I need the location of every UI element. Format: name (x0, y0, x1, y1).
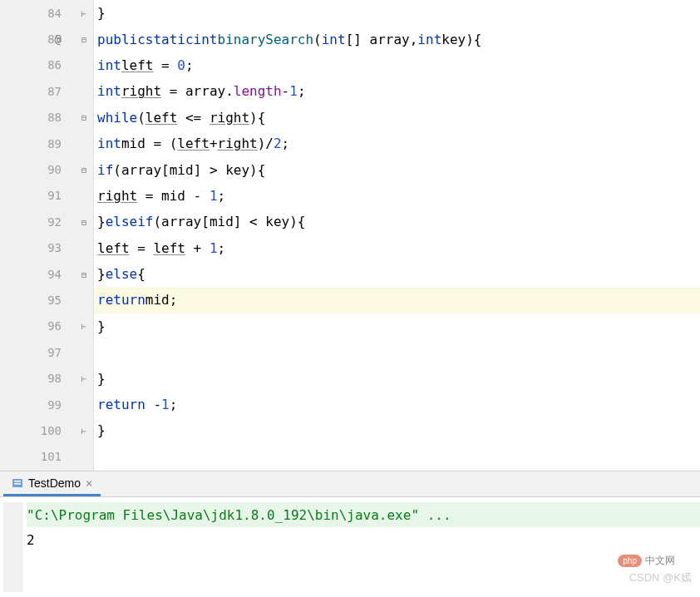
code-line[interactable]: return -1; (94, 392, 700, 417)
fold-close-icon[interactable]: ⊢ (81, 374, 90, 382)
line-number: 91 (47, 189, 62, 202)
close-icon[interactable]: × (86, 476, 92, 490)
line-number: 92 (47, 215, 62, 229)
code-line[interactable]: return mid; (94, 287, 700, 313)
code-line[interactable]: int left = 0; (94, 52, 700, 78)
code-line[interactable]: }else if(array[mid] < key){ (94, 209, 700, 234)
line-number: 89 (47, 137, 62, 150)
gutter-row: 86 (0, 52, 93, 78)
fold-open-icon[interactable]: ⊟ (81, 113, 90, 121)
gutter: 84⊢@85⊟868788⊟8990⊟9192⊟9394⊟9596⊢9798⊢9… (0, 0, 94, 471)
gutter-row: 96⊢ (0, 313, 93, 339)
code-line[interactable]: right = mid - 1; (94, 183, 700, 209)
line-number: 99 (47, 398, 62, 412)
gutter-row: 94⊟ (0, 261, 93, 287)
php-badge: php (618, 555, 642, 567)
line-number: 101 (41, 450, 62, 463)
fold-close-icon[interactable]: ⊢ (81, 427, 90, 435)
gutter-row: 89 (0, 131, 93, 156)
code-line[interactable]: }else{ (94, 261, 700, 287)
code-content[interactable]: } public static int binarySearch(int[] a… (94, 0, 700, 471)
code-editor[interactable]: 84⊢@85⊟868788⊟8990⊟9192⊟9394⊟9596⊢9798⊢9… (0, 0, 700, 471)
tab-testdemo[interactable]: TestDemo × (3, 471, 101, 496)
line-number: 95 (47, 294, 62, 307)
line-number: 90 (47, 163, 62, 176)
code-line[interactable] (94, 339, 700, 365)
line-number: 96 (47, 319, 62, 333)
console-gutter (3, 502, 23, 592)
code-line[interactable]: } (94, 313, 700, 339)
gutter-row: 100⊢ (0, 417, 93, 443)
line-number: 100 (41, 424, 62, 437)
fold-open-icon[interactable]: ⊟ (81, 270, 90, 279)
fold-open-icon[interactable]: ⊟ (81, 35, 90, 43)
gutter-row: 93 (0, 235, 93, 261)
gutter-row: 90⊟ (0, 156, 93, 182)
fold-open-icon[interactable]: ⊟ (81, 218, 90, 226)
line-number: 84 (47, 7, 62, 20)
gutter-row: 95 (0, 287, 93, 313)
console-command: "C:\Program Files\Java\jdk1.8.0_192\bin\… (27, 507, 451, 523)
code-line[interactable]: left = left + 1; (94, 235, 700, 261)
php-text: 中文网 (645, 554, 675, 568)
console-output[interactable]: "C:\Program Files\Java\jdk1.8.0_192\bin\… (27, 502, 700, 577)
code-line[interactable]: int mid = (left+right)/2; (94, 131, 700, 156)
fold-close-icon[interactable]: ⊢ (81, 322, 90, 330)
gutter-row: 88⊟ (0, 105, 93, 131)
code-line[interactable]: } (94, 417, 700, 443)
line-number: 93 (47, 241, 62, 254)
gutter-row: 84⊢ (0, 0, 93, 26)
line-number: 88 (47, 111, 62, 124)
run-tabs-bar: TestDemo × (0, 471, 700, 497)
console-panel: "C:\Program Files\Java\jdk1.8.0_192\bin\… (0, 497, 700, 597)
gutter-row: 87 (0, 78, 93, 104)
override-marker[interactable]: @ (55, 32, 62, 46)
code-line[interactable]: int right = array.length-1; (94, 78, 700, 104)
code-line[interactable]: while(left <= right){ (94, 105, 700, 131)
code-line[interactable]: } (94, 0, 700, 26)
line-number: 87 (47, 85, 62, 98)
svg-rect-1 (14, 481, 21, 482)
run-config-icon (12, 477, 23, 489)
console-result: 2 (27, 532, 35, 548)
svg-rect-2 (14, 483, 21, 485)
code-line[interactable]: public static int binarySearch(int[] arr… (94, 26, 700, 52)
line-number: 94 (47, 268, 62, 281)
gutter-row: 91 (0, 183, 93, 209)
line-number: 97 (47, 346, 62, 359)
line-number: 98 (47, 372, 62, 385)
tab-label: TestDemo (28, 476, 81, 490)
gutter-row: 97 (0, 339, 93, 365)
gutter-row: @85⊟ (0, 26, 93, 52)
watermark-php: php 中文网 (618, 554, 675, 568)
code-line[interactable]: if(array[mid] > key){ (94, 156, 700, 182)
code-line[interactable] (94, 444, 700, 470)
line-number: 86 (47, 58, 62, 72)
gutter-row: 98⊢ (0, 365, 93, 391)
code-line[interactable]: } (94, 365, 700, 391)
watermark-csdn: CSDN @K嫣 (629, 570, 692, 585)
fold-open-icon[interactable]: ⊟ (81, 165, 90, 174)
fold-close-icon[interactable]: ⊢ (81, 9, 90, 17)
gutter-row: 101 (0, 444, 93, 470)
gutter-row: 92⊟ (0, 209, 93, 234)
gutter-row: 99 (0, 392, 93, 417)
